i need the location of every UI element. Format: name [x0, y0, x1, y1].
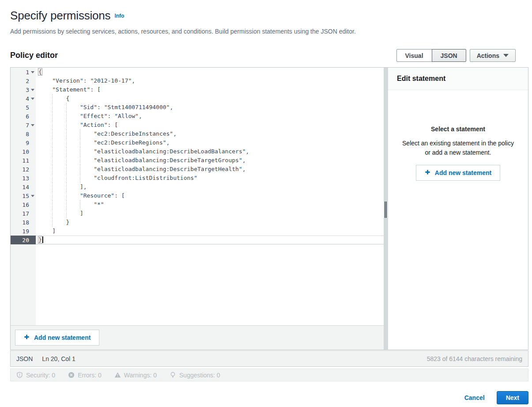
line-number-9[interactable]: 9: [11, 138, 36, 147]
panel-add-new-statement-label: Add new statement: [435, 169, 491, 176]
code-line-1[interactable]: 1{: [11, 68, 384, 76]
line-number-2[interactable]: 2: [11, 76, 36, 85]
status-characters-remaining: 5823 of 6144 characters remaining: [427, 355, 522, 362]
finding-suggestions: Suggestions: 0: [170, 372, 220, 379]
plus-icon: [425, 169, 430, 176]
editor-footer: Add new statement: [11, 325, 384, 350]
code-line-18[interactable]: 18}: [11, 218, 384, 227]
status-mode: JSON: [16, 355, 33, 362]
code-line-13[interactable]: 13"cloudfront:ListDistributions": [11, 174, 384, 183]
code-line-16[interactable]: 16"*": [11, 200, 384, 209]
editor-status-bar: JSON Ln 20, Col 1 5823 of 6144 character…: [10, 350, 528, 367]
code-text: "ec2:DescribeInstances",: [36, 129, 384, 138]
fold-caret-icon[interactable]: [31, 124, 34, 126]
code-text: "Version": "2012-10-17",: [36, 76, 384, 85]
code-text: {: [36, 94, 384, 103]
code-text: "Effect": "Allow",: [36, 112, 384, 121]
line-number-8[interactable]: 8: [11, 129, 36, 138]
text-cursor: [42, 236, 43, 243]
error-circle-icon: [68, 372, 75, 378]
code-line-8[interactable]: 8"ec2:DescribeInstances",: [11, 129, 384, 138]
line-number-6[interactable]: 6: [11, 112, 36, 121]
code-text: "cloudfront:ListDistributions": [36, 174, 384, 183]
line-number-16[interactable]: 16: [11, 200, 36, 209]
fold-caret-icon[interactable]: [31, 195, 34, 197]
code-line-4[interactable]: 4{: [11, 94, 384, 103]
finding-label: Warnings: 0: [124, 372, 157, 379]
status-cursor-position: Ln 20, Col 1: [42, 355, 75, 362]
tab-visual[interactable]: Visual: [396, 49, 432, 62]
code-text: {: [36, 68, 384, 76]
code-text: "Action": [: [36, 121, 384, 129]
panel-add-new-statement-button[interactable]: Add new statement: [416, 165, 500, 181]
finding-label: Suggestions: 0: [179, 372, 220, 379]
finding-label: Security: 0: [26, 372, 55, 379]
pane-resize-divider[interactable]: [384, 68, 388, 350]
code-text: "elasticloadbalancing:DescribeTargetGrou…: [36, 156, 384, 165]
code-text: "*": [36, 200, 384, 209]
code-line-2[interactable]: 2"Version": "2012-10-17",: [11, 76, 384, 85]
line-number-5[interactable]: 5: [11, 103, 36, 112]
line-number-10[interactable]: 10: [11, 147, 36, 156]
finding-warnings: Warnings: 0: [114, 372, 157, 379]
code-line-15[interactable]: 15"Resource": [: [11, 191, 384, 200]
code-line-20[interactable]: 20}: [11, 236, 384, 244]
code-line-3[interactable]: 3"Statement": [: [11, 85, 384, 94]
fold-caret-icon[interactable]: [31, 89, 34, 91]
code-text: }: [36, 218, 384, 227]
code-text: "Resource": [: [36, 191, 384, 200]
code-line-11[interactable]: 11"elasticloadbalancing:DescribeTargetGr…: [11, 156, 384, 165]
code-line-14[interactable]: 14],: [11, 183, 384, 191]
code-line-9[interactable]: 9"ec2:DescribeRegions",: [11, 138, 384, 147]
empty-state-description: Select an existing statement in the poli…: [400, 139, 517, 157]
line-number-20[interactable]: 20: [11, 236, 36, 244]
code-text: ]: [36, 227, 384, 236]
line-number-15[interactable]: 15: [11, 191, 36, 200]
tab-json[interactable]: JSON: [432, 49, 466, 62]
finding-errors: Errors: 0: [68, 372, 102, 379]
line-number-17[interactable]: 17: [11, 209, 36, 218]
edit-statement-heading: Edit statement: [388, 68, 528, 90]
findings-bar: Security: 0Errors: 0Warnings: 0Suggestio…: [10, 369, 528, 381]
add-new-statement-button[interactable]: Add new statement: [15, 330, 99, 346]
actions-dropdown-button[interactable]: Actions: [470, 49, 516, 62]
code-line-6[interactable]: 6"Effect": "Allow",: [11, 112, 384, 121]
code-line-12[interactable]: 12"elasticloadbalancing:DescribeTargetHe…: [11, 165, 384, 174]
fold-caret-icon[interactable]: [31, 98, 34, 100]
actions-dropdown-label: Actions: [477, 52, 499, 59]
line-number-1[interactable]: 1: [11, 68, 36, 76]
line-number-7[interactable]: 7: [11, 121, 36, 129]
json-editor-pane: 1{2"Version": "2012-10-17",3"Statement":…: [11, 68, 384, 350]
code-line-19[interactable]: 19]: [11, 227, 384, 236]
plus-icon: [24, 334, 30, 341]
code-line-10[interactable]: 10"elasticloadbalancing:DescribeLoadBala…: [11, 147, 384, 156]
line-number-12[interactable]: 12: [11, 165, 36, 174]
chevron-down-icon: [503, 54, 509, 57]
code-text: "elasticloadbalancing:DescribeTargetHeal…: [36, 165, 384, 174]
line-number-11[interactable]: 11: [11, 156, 36, 165]
shield-exclamation-icon: [16, 372, 23, 378]
cancel-button[interactable]: Cancel: [464, 394, 485, 401]
code-editor[interactable]: 1{2"Version": "2012-10-17",3"Statement":…: [11, 68, 384, 325]
code-line-17[interactable]: 17]: [11, 209, 384, 218]
policy-editor-title: Policy editor: [10, 51, 58, 60]
resize-grip-icon: [385, 202, 387, 218]
line-number-18[interactable]: 18: [11, 218, 36, 227]
code-text: "Sid": "Stmt1400711494000",: [36, 103, 384, 112]
next-button[interactable]: Next: [497, 391, 528, 404]
line-number-13[interactable]: 13: [11, 174, 36, 183]
code-text: }: [36, 236, 384, 244]
line-number-4[interactable]: 4: [11, 94, 36, 103]
edit-statement-empty-state: Select a statement Select an existing st…: [388, 90, 528, 181]
code-line-7[interactable]: 7"Action": [: [11, 121, 384, 129]
line-number-3[interactable]: 3: [11, 85, 36, 94]
code-line-5[interactable]: 5"Sid": "Stmt1400711494000",: [11, 103, 384, 112]
line-number-19[interactable]: 19: [11, 227, 36, 236]
code-text: ],: [36, 183, 384, 191]
code-text: "ec2:DescribeRegions",: [36, 138, 384, 147]
line-number-14[interactable]: 14: [11, 183, 36, 191]
code-text: "Statement": [: [36, 85, 384, 94]
page-subtitle: Add permissions by selecting services, a…: [10, 28, 528, 35]
fold-caret-icon[interactable]: [31, 71, 34, 73]
info-link[interactable]: Info: [114, 13, 124, 19]
